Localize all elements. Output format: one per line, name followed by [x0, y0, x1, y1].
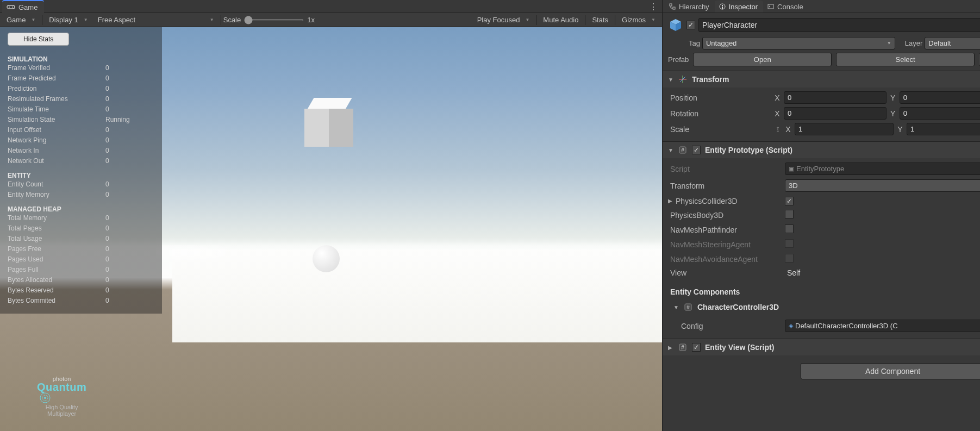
- tag-dropdown[interactable]: Untagged▼: [702, 37, 895, 49]
- stats-overlay: Hide Stats SIMULATIONFrame Verified0Fram…: [0, 27, 162, 314]
- scale-slider[interactable]: [244, 19, 304, 21]
- rotation-x-input[interactable]: [784, 107, 887, 120]
- stats-row: Bytes Reserved0: [8, 285, 154, 296]
- tag-label: Tag: [689, 39, 700, 47]
- svg-point-5: [44, 397, 46, 399]
- script-field[interactable]: ▣EntityPrototype⊙: [785, 163, 980, 175]
- stats-key: Network In: [8, 146, 105, 156]
- gamepad-icon: [7, 4, 15, 10]
- aspect-dropdown[interactable]: Free Aspect▼: [93, 14, 219, 26]
- fold-icon[interactable]: ▶: [668, 345, 673, 351]
- stats-row: Entity Memory0: [8, 190, 154, 200]
- gizmos-dropdown[interactable]: Gizmos▼: [617, 14, 660, 26]
- stats-value: 0: [105, 223, 154, 234]
- svg-text:#: #: [681, 345, 684, 351]
- config-field[interactable]: ◈DefaultCharacterController3D (C⊙: [785, 320, 980, 332]
- tab-menu-icon[interactable]: ⋮: [649, 1, 658, 11]
- fold-icon[interactable]: ▼: [668, 77, 673, 83]
- ep-transform-dropdown[interactable]: 3D▼: [785, 179, 980, 192]
- prefab-select-button[interactable]: Select: [836, 53, 975, 66]
- stats-key: Pages Used: [8, 254, 105, 265]
- stats-value: 0: [105, 275, 154, 285]
- navmesh-avoidance-label: NavMeshAvoidanceAgent: [668, 255, 785, 264]
- svg-point-1: [9, 7, 10, 8]
- component-enable-checkbox[interactable]: [692, 146, 701, 154]
- game-pane: Game ⋮ Game▼ Display 1▼ Free Aspect▼ Sca…: [0, 0, 662, 431]
- stats-key: Bytes Allocated: [8, 275, 105, 285]
- play-focused-dropdown[interactable]: Play Focused▼: [473, 14, 534, 26]
- stats-row: Network Ping0: [8, 135, 154, 146]
- layer-dropdown[interactable]: Default▼: [925, 37, 980, 49]
- object-name-input[interactable]: [698, 18, 980, 32]
- navmesh-pathfinder-checkbox[interactable]: [785, 224, 794, 233]
- navmesh-avoidance-checkbox: [785, 254, 794, 263]
- prefab-open-button[interactable]: Open: [693, 53, 832, 66]
- scale-y-input[interactable]: [907, 123, 980, 135]
- tab-game[interactable]: Game: [2, 0, 44, 13]
- mute-audio-toggle[interactable]: Mute Audio: [539, 14, 583, 26]
- stats-row: Resimulated Frames0: [8, 94, 154, 104]
- stats-row: Entity Count0: [8, 179, 154, 190]
- physics-collider-checkbox[interactable]: [785, 197, 794, 205]
- scale-x-input[interactable]: [795, 123, 894, 135]
- hide-stats-button[interactable]: Hide Stats: [8, 33, 69, 46]
- stats-row: Simulate Time0: [8, 104, 154, 115]
- console-icon: [767, 3, 774, 10]
- stats-key: Frame Predicted: [8, 73, 105, 84]
- game-toolbar: Game▼ Display 1▼ Free Aspect▼ Scale 1x P…: [0, 13, 662, 27]
- stats-section-header: MANAGED HEAP: [8, 205, 154, 213]
- stats-value: 0: [105, 179, 154, 190]
- camera-dropdown[interactable]: Game▼: [2, 14, 40, 26]
- stats-key: Frame Verified: [8, 63, 105, 73]
- stats-value: 0: [105, 73, 154, 84]
- asset-ref-icon: ◈: [789, 322, 793, 329]
- physics-body-checkbox[interactable]: [785, 210, 794, 218]
- physics-body-label: PhysicsBody3D: [668, 211, 785, 220]
- prefab-label: Prefab: [668, 55, 689, 64]
- inspector-icon: [719, 3, 726, 10]
- stats-toggle[interactable]: Stats: [588, 14, 613, 26]
- stats-row: Pages Free0: [8, 244, 154, 254]
- position-y-input[interactable]: [900, 91, 980, 104]
- tab-console[interactable]: Console: [763, 1, 809, 13]
- stats-value: 0: [105, 234, 154, 244]
- stats-value: 0: [105, 156, 154, 166]
- game-tabbar: Game ⋮: [0, 0, 662, 13]
- position-x-input[interactable]: [784, 91, 887, 104]
- tab-hierarchy[interactable]: Hierarchy: [665, 1, 715, 13]
- stats-row: Total Memory0: [8, 213, 154, 223]
- fold-icon[interactable]: ▼: [673, 304, 679, 310]
- tab-game-label: Game: [18, 3, 38, 11]
- game-viewport: Hide Stats SIMULATIONFrame Verified0Fram…: [0, 27, 662, 431]
- scene-sphere: [313, 245, 340, 272]
- component-enable-checkbox[interactable]: [692, 343, 701, 352]
- inspector-content: Static▼ Tag Untagged▼ Layer Default▼ Pre…: [663, 13, 980, 431]
- stats-key: Entity Count: [8, 179, 105, 190]
- stats-key: Prediction: [8, 84, 105, 94]
- stats-value: 0: [105, 63, 154, 73]
- scale-control: Scale 1x: [223, 16, 315, 24]
- scale-link-icon[interactable]: [774, 126, 782, 133]
- inspector-pane: Hierarchy Inspector Console ⋮ Static▼ Ta…: [662, 0, 980, 431]
- display-dropdown[interactable]: Display 1▼: [45, 14, 92, 26]
- stats-row: Bytes Allocated0: [8, 275, 154, 285]
- active-checkbox[interactable]: [686, 21, 695, 29]
- stats-key: Total Memory: [8, 213, 105, 223]
- fold-icon[interactable]: ▼: [668, 147, 673, 153]
- tag-layer-row: Tag Untagged▼ Layer Default▼: [663, 37, 980, 53]
- stats-section-header: SIMULATION: [8, 55, 154, 63]
- entity-prototype-component: ▼ # Entity Prototype (Script) ?⋮ Script …: [663, 141, 980, 339]
- svg-rect-7: [673, 7, 675, 9]
- entity-view-component: ▶ # Entity View (Script) ?⋮: [663, 339, 980, 355]
- transform-component: ▼ Transform ? ⋮ Position XYZ Rotation XY…: [663, 71, 980, 141]
- stats-key: Pages Free: [8, 244, 105, 254]
- stats-value: Running: [105, 115, 154, 125]
- fold-icon[interactable]: ▶: [668, 198, 673, 204]
- rotation-y-input[interactable]: [900, 107, 980, 120]
- prefab-cube-icon: [668, 17, 683, 33]
- tab-inspector[interactable]: Inspector: [715, 1, 763, 13]
- add-component-button[interactable]: Add Component: [801, 363, 981, 379]
- stats-value: 0: [105, 285, 154, 296]
- stats-key: Network Ping: [8, 135, 105, 146]
- stats-value: 0: [105, 265, 154, 275]
